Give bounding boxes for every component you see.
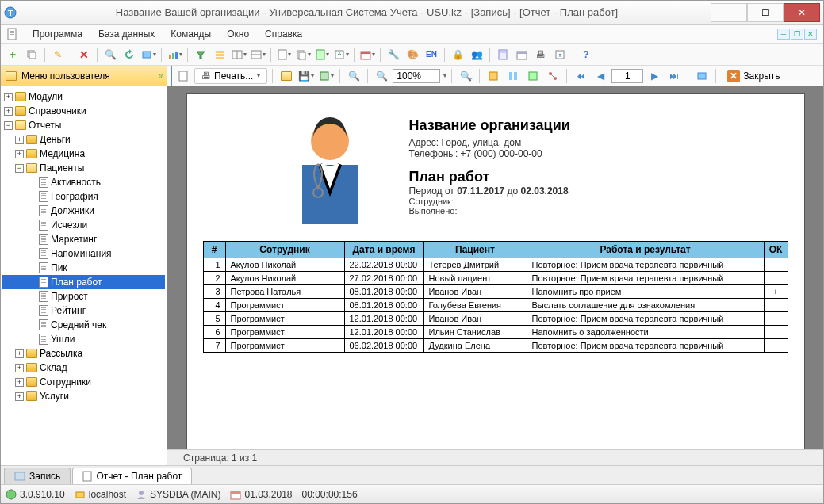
zoom-dd[interactable]: ▾ <box>443 72 446 79</box>
tool-palette[interactable]: 🎨 <box>404 46 421 63</box>
svg-point-46 <box>6 490 16 499</box>
node-modules[interactable]: +Модули <box>2 90 165 104</box>
tree[interactable]: +Модули +Справочники −Отчеты +Деньги +Ме… <box>1 86 167 465</box>
tool-users[interactable]: 👥 <box>468 46 485 63</box>
menu-help[interactable]: Справка <box>259 26 309 42</box>
tool-help[interactable]: ? <box>577 46 595 63</box>
minimize-button[interactable]: ─ <box>711 3 747 22</box>
tool-calendar[interactable]: ▾ <box>358 46 376 63</box>
tool-lock[interactable]: 🔒 <box>449 46 466 63</box>
tool-calc[interactable] <box>494 46 512 63</box>
node-activity[interactable]: Активность <box>2 175 165 189</box>
node-rating[interactable]: Рейтинг <box>2 304 165 318</box>
close-button[interactable]: ✕ <box>784 3 820 22</box>
collapse-icon[interactable]: « <box>158 71 162 82</box>
rpt-refresh[interactable] <box>693 67 711 85</box>
tool-cal2[interactable] <box>513 46 531 63</box>
col-ok: ОК <box>764 242 788 258</box>
menu-commands[interactable]: Команды <box>164 26 217 42</box>
node-services[interactable]: +Услуги <box>2 389 165 403</box>
node-refs[interactable]: +Справочники <box>2 104 165 118</box>
svg-rect-11 <box>216 51 224 53</box>
tool-dd-1[interactable]: ▾ <box>140 46 157 63</box>
node-reports[interactable]: −Отчеты <box>2 118 165 132</box>
node-gone[interactable]: Исчезли <box>2 218 165 232</box>
node-mailing[interactable]: +Рассылка <box>2 346 165 361</box>
node-medicine[interactable]: +Медицина <box>2 147 165 161</box>
menu-window[interactable]: Окно <box>220 26 255 42</box>
folder-icon <box>6 71 17 81</box>
rpt-zoomin[interactable]: 🔍 <box>373 67 390 85</box>
page-field[interactable]: 1 <box>611 69 643 83</box>
node-geo[interactable]: География <box>2 189 165 204</box>
tab-report[interactable]: Отчет - План работ <box>72 468 192 484</box>
version-icon <box>6 489 17 500</box>
tool-layout2[interactable]: ▾ <box>249 46 266 63</box>
menu-program[interactable]: Программа <box>26 26 89 42</box>
tool-group[interactable] <box>211 46 228 63</box>
node-plan[interactable]: План работ <box>2 275 165 289</box>
tool-doc-stack[interactable]: ▾ <box>294 46 312 63</box>
node-peak[interactable]: Пик <box>2 261 165 275</box>
mdi-close[interactable]: ✕ <box>804 29 817 40</box>
node-avgcheck[interactable]: Средний чек <box>2 318 165 332</box>
search-button[interactable]: 🔍 <box>102 46 119 63</box>
node-reminders[interactable]: Напоминания <box>2 246 165 261</box>
zoom-field[interactable]: 100% <box>393 69 440 83</box>
rpt-layout-c[interactable] <box>524 67 542 85</box>
edit-button[interactable]: ✎ <box>49 46 67 63</box>
nav-next[interactable]: ▶ <box>646 67 663 85</box>
close-icon: ✕ <box>727 70 740 82</box>
rpt-tree[interactable] <box>544 67 561 85</box>
node-growth[interactable]: Прирост <box>2 289 165 304</box>
nav-prev[interactable]: ◀ <box>592 67 609 85</box>
mdi-restore[interactable]: ❐ <box>791 29 803 40</box>
svg-rect-39 <box>698 73 706 79</box>
tool-export[interactable] <box>551 46 569 63</box>
rpt-layout-a[interactable] <box>485 67 502 85</box>
rpt-doc-icon[interactable] <box>174 67 192 85</box>
nav-first[interactable]: ⏮ <box>572 67 589 85</box>
node-patients[interactable]: −Пациенты <box>2 161 165 175</box>
copy-button[interactable] <box>23 46 40 63</box>
svg-rect-3 <box>10 32 14 33</box>
tool-import[interactable]: ▾ <box>332 46 350 63</box>
table-row: 3Петрова Наталья08.01.2018 00:00Иванов И… <box>203 285 788 299</box>
sidebar: Меню пользователя « +Модули +Справочники… <box>1 66 167 465</box>
rpt-find[interactable]: 🔍 <box>345 67 362 85</box>
rpt-layout-b[interactable] <box>504 67 522 85</box>
tool-doc-green[interactable]: ▾ <box>313 46 331 63</box>
tool-doc1[interactable]: ▾ <box>275 46 293 63</box>
report-meta: Название организации Адрес: Город, улица… <box>409 109 570 228</box>
node-staff[interactable]: +Сотрудники <box>2 375 165 389</box>
report-close-button[interactable]: ✕Закрыть <box>721 68 786 84</box>
delete-button[interactable]: ✕ <box>75 46 93 63</box>
node-left[interactable]: Ушли <box>2 332 165 346</box>
rpt-save[interactable]: 💾▾ <box>297 67 315 85</box>
nav-last[interactable]: ⏭ <box>665 67 683 85</box>
tool-lang[interactable]: EN <box>423 46 440 63</box>
tool-filter[interactable] <box>192 46 209 63</box>
report-title: План работ <box>409 169 570 185</box>
rpt-zoomout[interactable]: 🔍− <box>457 67 474 85</box>
print-button[interactable]: 🖶Печать...▾ <box>194 68 267 84</box>
menu-database[interactable]: База данных <box>92 26 161 42</box>
tool-chart[interactable]: ▾ <box>166 46 183 63</box>
refresh-button[interactable] <box>121 46 138 63</box>
title-bar: Название Вашей организации - Универсальн… <box>1 1 823 25</box>
tool-print[interactable]: 🖶 <box>532 46 550 63</box>
tool-wrench[interactable]: 🔧 <box>385 46 402 63</box>
app-icon <box>4 6 17 19</box>
node-marketing[interactable]: Маркетинг <box>2 232 165 246</box>
report-viewport[interactable]: Название организации Адрес: Город, улица… <box>167 86 823 449</box>
tab-record[interactable]: Запись <box>4 468 71 484</box>
node-debtors[interactable]: Должники <box>2 204 165 218</box>
rpt-open[interactable] <box>278 67 295 85</box>
node-warehouse[interactable]: +Склад <box>2 361 165 375</box>
node-money[interactable]: +Деньги <box>2 132 165 147</box>
tool-layout1[interactable]: ▾ <box>230 46 247 63</box>
mdi-minimize[interactable]: ─ <box>777 29 790 40</box>
rpt-export-xls[interactable]: ▾ <box>317 67 335 85</box>
maximize-button[interactable]: ☐ <box>747 3 784 22</box>
add-button[interactable]: + <box>4 46 21 63</box>
